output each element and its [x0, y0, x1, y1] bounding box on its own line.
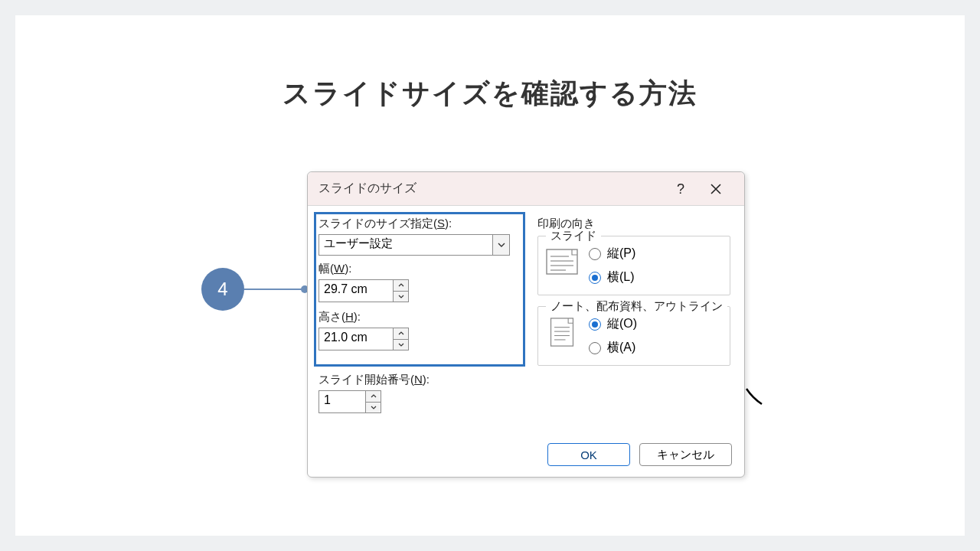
- notes-legend: ノート、配布資料、アウトライン: [546, 299, 727, 314]
- dialog-title: スライドのサイズ: [318, 181, 416, 197]
- width-down-button[interactable]: [394, 291, 408, 302]
- caret-down-icon: [398, 295, 404, 298]
- caret-up-icon: [398, 283, 404, 287]
- orientation-column: 印刷の向き スライド: [537, 217, 730, 377]
- height-label: 高さ(H):: [318, 310, 522, 324]
- close-button[interactable]: [698, 172, 733, 206]
- size-spec-combo[interactable]: ユーザー設定: [318, 234, 510, 256]
- svg-rect-5: [551, 318, 573, 346]
- height-value: 21.0 cm: [319, 328, 393, 350]
- height-down-button[interactable]: [394, 339, 408, 350]
- width-value: 29.7 cm: [319, 280, 393, 302]
- start-number-label: スライド開始番号(N):: [318, 373, 430, 387]
- slide-size-dialog: スライドのサイズ ? スライドのサイズ指定(S): ユーザー設定 幅(W): 2…: [307, 171, 745, 478]
- step-badge: 4: [201, 268, 244, 311]
- caret-up-icon: [398, 331, 404, 335]
- height-spinner[interactable]: 21.0 cm: [318, 328, 409, 350]
- start-number-value: 1: [319, 391, 365, 412]
- notes-orientation-fieldset: ノート、配布資料、アウトライン: [537, 306, 730, 366]
- slides-landscape-radio[interactable]: 横(L): [589, 269, 635, 285]
- slides-legend: スライド: [546, 229, 601, 243]
- size-spec-value: ユーザー設定: [319, 235, 492, 255]
- caret-down-icon: [371, 406, 377, 409]
- radio-label: 縦(O): [607, 316, 637, 332]
- dialog-button-row: OK キャンセル: [547, 443, 732, 466]
- radio-label: 横(A): [607, 340, 635, 356]
- slides-orientation-fieldset: スライド 縦(P): [537, 236, 730, 295]
- radio-label: 横(L): [607, 269, 635, 285]
- slide-canvas: スライドサイズを確認する方法 4 スライドのサイズ ? スライドのサイズ指定(S…: [15, 15, 965, 536]
- dialog-body: スライドのサイズ指定(S): ユーザー設定 幅(W): 29.7 cm 高さ(H…: [308, 206, 744, 477]
- page-portrait-icon: [546, 318, 578, 347]
- callout-connector: [244, 289, 307, 290]
- radio-icon: [589, 248, 601, 260]
- size-spec-label: スライドのサイズ指定(S):: [318, 217, 522, 231]
- radio-icon: [589, 342, 601, 354]
- page-landscape-icon: [546, 249, 578, 275]
- notes-portrait-radio[interactable]: 縦(O): [589, 316, 637, 332]
- width-label: 幅(W):: [318, 262, 522, 276]
- page-title: スライドサイズを確認する方法: [15, 75, 965, 112]
- chevron-down-icon: [498, 243, 505, 247]
- cancel-button[interactable]: キャンセル: [639, 443, 732, 466]
- width-spinner[interactable]: 29.7 cm: [318, 279, 409, 302]
- dialog-titlebar: スライドのサイズ ?: [308, 172, 744, 206]
- radio-label: 縦(P): [607, 246, 635, 262]
- help-button[interactable]: ?: [663, 172, 698, 206]
- caret-up-icon: [371, 394, 377, 398]
- decorative-stroke: [745, 387, 763, 406]
- radio-icon: [589, 272, 601, 284]
- start-number-up-button[interactable]: [366, 391, 381, 402]
- ok-button[interactable]: OK: [547, 443, 630, 466]
- width-up-button[interactable]: [394, 280, 408, 291]
- start-number-down-button[interactable]: [366, 402, 381, 413]
- radio-icon: [589, 318, 601, 331]
- notes-landscape-radio[interactable]: 横(A): [589, 340, 637, 356]
- start-number-block: スライド開始番号(N): 1: [318, 373, 430, 421]
- slides-portrait-radio[interactable]: 縦(P): [589, 246, 635, 262]
- start-number-spinner[interactable]: 1: [318, 390, 381, 413]
- caret-down-icon: [398, 343, 404, 347]
- height-up-button[interactable]: [394, 328, 408, 339]
- close-icon: [710, 183, 722, 195]
- size-column: スライドのサイズ指定(S): ユーザー設定 幅(W): 29.7 cm 高さ(H…: [318, 217, 522, 358]
- combo-dropdown-button[interactable]: [492, 235, 509, 255]
